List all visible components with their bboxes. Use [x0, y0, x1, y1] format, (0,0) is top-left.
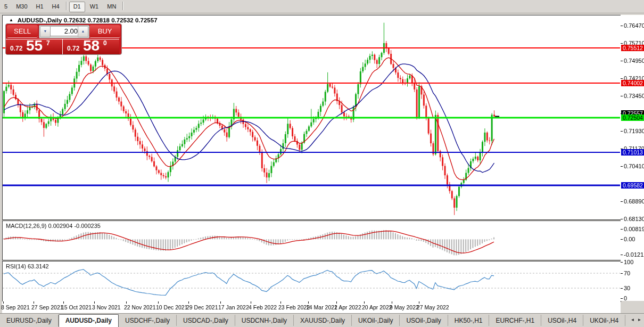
price-badge: 0.69582 [621, 182, 644, 189]
tab-scroll-right-button[interactable]: ► [637, 316, 642, 323]
price-badge: 0.71013 [621, 149, 644, 156]
buy-button[interactable]: BUY [89, 25, 120, 38]
tab-usdchf-daily[interactable]: USDCHF-,Daily [119, 315, 177, 326]
price-tick-label: 0.68130 [624, 216, 644, 222]
date-tick-label: 15 Oct 2021 [61, 304, 92, 310]
rsi-label: RSI(14) 63.3142 [6, 263, 49, 269]
chevron-down-icon: ▼ [44, 29, 47, 33]
volume-stepper: ▼ ▲ [39, 25, 89, 38]
price-badge: 0.74002 [621, 80, 644, 86]
ohlc-low: 0.72532 [111, 17, 134, 23]
date-tick-label: 14 Mar 2022 [306, 304, 337, 310]
date-tick-label: 1 Apr 2022 [334, 304, 361, 310]
date-tick-label: 17 Jan 2022 [218, 304, 249, 310]
chart-symbol-label: AUDUSD-,Daily [18, 17, 62, 23]
buy-price-prefix: 0.72 [67, 45, 79, 52]
tab-hk50-h1[interactable]: HK50-,H1 [448, 315, 490, 326]
buy-price-sup: 0 [103, 39, 107, 47]
date-tick-label: 27 Sep 2021 [31, 304, 63, 310]
sell-price-sup: 7 [46, 39, 50, 47]
macd-label: MACD(12,26,9) 0.002904 -0.000235 [6, 223, 101, 229]
one-click-collapse-icon[interactable]: ▲ [9, 18, 13, 22]
sell-price-prefix: 0.72 [10, 45, 22, 52]
macd-tick-label: 0.008197 [624, 226, 644, 232]
tab-ukoil-daily[interactable]: UKOil-,Daily [352, 315, 400, 326]
price-tick-label: 0.68890 [624, 198, 644, 205]
price-tick-label: 0.70410 [624, 163, 644, 169]
date-tick-label: 23 Feb 2022 [278, 304, 310, 310]
volume-decrease-button[interactable]: ▼ [40, 26, 51, 37]
chart-title: ▲ AUDUSD-,Daily 0.72632 0.72818 0.72532 … [9, 17, 158, 23]
scroll-right-icon: ► [638, 317, 642, 322]
buy-price-display[interactable]: 0.72 58 0 [63, 39, 119, 54]
price-tick-label: 0.76470 [624, 22, 644, 29]
macd-tick-label: 0.00 [624, 236, 635, 242]
tab-ukoil-h4[interactable]: UKOil-,H4 [583, 315, 625, 326]
price-badge: 0.72504 [621, 115, 644, 121]
rsi-tick-label: 70 [624, 270, 630, 276]
rsi-tick-label: 0 [624, 295, 627, 301]
tab-usdcnh-daily[interactable]: USDCNH-,Daily [235, 315, 294, 326]
price-tick-label: 0.71930 [624, 128, 644, 134]
sell-button[interactable]: SELL [7, 25, 38, 38]
date-tick-label: 29 Dec 2021 [186, 304, 218, 310]
tab-xauusd-daily[interactable]: XAUUSD-,Daily [294, 315, 352, 326]
macd-tick-label: -0.012121 [624, 251, 644, 258]
one-click-trade-panel: SELL ▼ ▲ BUY 0.72 55 7 0.72 58 0 [5, 23, 122, 55]
symbol-tabbar: EURUSD-,DailyAUDUSD-,DailyUSDCHF-,DailyU… [0, 313, 644, 327]
date-tick-label: 22 Nov 2021 [124, 304, 156, 310]
volume-input[interactable] [50, 26, 79, 36]
tab-eurchf-h1[interactable]: EURCHF-,H1 [489, 315, 541, 326]
volume-increase-button[interactable]: ▲ [78, 26, 88, 37]
sell-price-display[interactable]: 0.72 55 7 [6, 39, 63, 54]
price-tick-label: 0.74950 [624, 58, 644, 64]
date-tick-label: 3 Nov 2021 [92, 304, 121, 310]
tab-audusd-daily[interactable]: AUDUSD-,Daily [59, 314, 119, 327]
sell-price-big: 55 [26, 37, 43, 54]
tab-usoil-daily[interactable]: USOil-,Daily [400, 315, 448, 326]
ohlc-close: 0.72557 [135, 17, 158, 23]
rsi-tick-label: 30 [624, 285, 630, 291]
rsi-tick-label: 100 [624, 259, 633, 265]
date-tick-label: 8 Sep 2021 [1, 304, 30, 310]
tab-usdcad-daily[interactable]: USDCAD-,Daily [177, 315, 235, 326]
chevron-up-icon: ▲ [81, 29, 85, 33]
scroll-left-icon: ◄ [631, 317, 635, 322]
tab-usoil-h4[interactable]: USOil-,H4 [541, 315, 583, 326]
ohlc-open: 0.72632 [64, 17, 86, 23]
date-tick-label: 4 Feb 2022 [249, 304, 277, 310]
date-tick-label: 10 Dec 2021 [156, 304, 188, 310]
tab-eurusd-daily[interactable]: EURUSD-,Daily [0, 315, 59, 326]
date-tick-label: 27 May 2022 [417, 304, 449, 310]
ohlc-high: 0.72818 [87, 17, 110, 23]
price-tick-label: 0.73450 [624, 93, 644, 99]
date-tick-label: 20 Apr 2022 [362, 304, 392, 310]
date-tick-label: 9 May 2022 [390, 304, 419, 310]
tab-scroll-left-button[interactable]: ◄ [630, 316, 635, 323]
price-badge: 0.75512 [621, 45, 644, 51]
buy-price-big: 58 [83, 37, 100, 54]
